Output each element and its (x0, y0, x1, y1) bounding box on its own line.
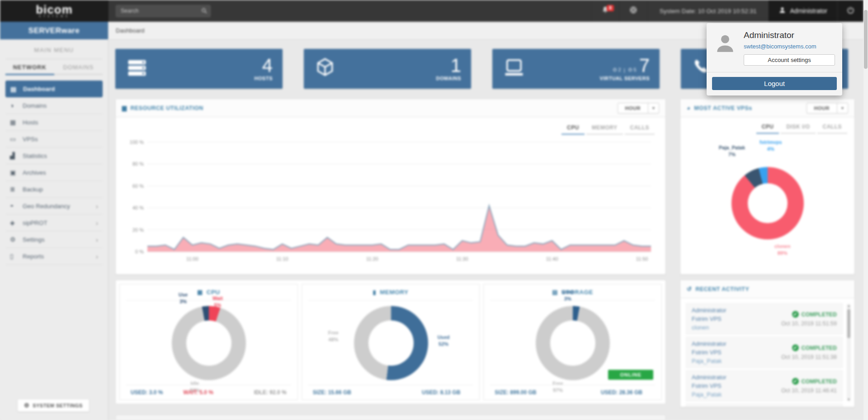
dashboard-icon: ▤ (10, 86, 23, 93)
sidebar-item-sipprot[interactable]: ◈ sipPROT › (5, 215, 103, 231)
sidebar-item-backup[interactable]: ≣ Backup (5, 181, 103, 198)
mav-range-select: HOUR ▾ (807, 103, 848, 114)
chevron-down-icon[interactable]: ▾ (648, 103, 659, 113)
most-active-vps-panel: ◕ MOST ACTIVE VPSs HOUR ▾ CPU DISK I/O C… (680, 99, 855, 275)
logout-power-button[interactable] (837, 0, 863, 22)
svg-text:11:40: 11:40 (546, 256, 558, 262)
main-menu-heading: MAIN MENU (5, 39, 103, 59)
user-menu-name: Administrator (744, 30, 835, 40)
sidebar-item-label: Settings (23, 236, 45, 243)
hosts-label: HOSTS (255, 76, 273, 81)
user-dropdown-menu: Administrator swtest@bicomsystems.com Ac… (707, 23, 842, 95)
sidebar-item-label: Archives (23, 169, 46, 176)
tab-network[interactable]: NETWORK (5, 64, 54, 75)
cpu-used-stat: USED: 3.0 % (131, 389, 163, 396)
statistics-icon: ▟ (10, 152, 23, 159)
cpu-use-label: Use3% (179, 291, 188, 305)
svg-text:0 %: 0 % (135, 249, 144, 254)
sidebar-item-reports[interactable]: ▯ Reports › (5, 248, 103, 265)
storage-card: ▤ STORAGE Used3% Free97% ONLINE (483, 284, 662, 400)
ru-tab-memory[interactable]: MEMORY (586, 124, 623, 135)
support-button[interactable] (619, 0, 647, 22)
search-input[interactable] (116, 5, 211, 17)
sidebar-item-settings[interactable]: ⚙ Settings › (5, 231, 103, 248)
logo-subtext: SYSTEMS (39, 14, 70, 18)
sidebar-item-vpss[interactable]: ▭ VPSs (5, 131, 103, 148)
resource-utilization-title: RESOURCE UTILIZATION (131, 105, 203, 111)
sidebar-item-label: Backup (23, 186, 43, 193)
sidebar-item-domains[interactable]: ◑ Domains (5, 97, 103, 114)
user-email-link[interactable]: swtest@bicomsystems.com (744, 43, 835, 50)
user-label: Administrator (790, 7, 827, 14)
page-scrollbar[interactable] (863, 0, 868, 420)
gear-icon: ⚙ (24, 402, 29, 409)
system-settings-label: SYSTEM SETTINGS (33, 403, 83, 408)
sidebar-item-hosts[interactable]: ▦ Hosts (5, 114, 103, 131)
svg-text:40 %: 40 % (132, 205, 144, 210)
check-icon: ✔ (792, 378, 799, 385)
stat-card-virtual-servers[interactable]: 2 | 5 7 VIRTUAL SERVERS (492, 49, 660, 89)
system-date: System Date: 10 Oct 2019 10:52:31 (647, 0, 769, 22)
sidebar: SERVERware MAIN MENU NETWORK DOMAINS ▤ D… (0, 22, 108, 420)
activity-row[interactable]: Administrator Fstrim VPS clonen ✔ COMPLE… (686, 303, 843, 334)
sidebar-item-statistics[interactable]: ▟ Statistics (5, 148, 103, 164)
tab-domains[interactable]: DOMAINS (54, 64, 103, 75)
activity-status: COMPLETED (802, 311, 837, 318)
memory-card-title: MEMORY (380, 289, 408, 296)
check-icon: ✔ (792, 311, 799, 318)
ru-tabs: CPU MEMORY CALLS (116, 117, 665, 135)
sidebar-item-label: VPSs (23, 136, 38, 143)
scroll-down-icon[interactable]: ▼ (847, 398, 851, 401)
recent-activity-panel: ↺ RECENT ACTIVITY Administrator Fstrim V… (680, 280, 855, 407)
notification-badge: 8 (607, 5, 614, 11)
globe-icon: ◓ (10, 202, 23, 210)
hosts-count: 4 (262, 57, 273, 75)
chevron-down-icon[interactable]: ▾ (837, 103, 848, 113)
activity-action: Fstrim VPS (692, 349, 726, 356)
pie-chart-icon: ◕ (687, 105, 690, 111)
activity-row[interactable]: Administrator Fstrim VPS Paja_Patak ✔ CO… (686, 337, 843, 368)
sidebar-item-geo-redundancy[interactable]: ◓ Geo Redundancy › (5, 198, 103, 215)
activity-timestamp: Oct 10, 2019 11:46:41 (781, 387, 837, 394)
scrollbar-thumb[interactable] (847, 309, 850, 338)
sidebar-item-dashboard[interactable]: ▤ Dashboard (5, 81, 103, 97)
user-menu-button[interactable]: Administrator (769, 0, 837, 22)
ru-range-value[interactable]: HOUR (618, 103, 648, 113)
storage-icon: ▤ (552, 289, 558, 296)
reports-icon: ▯ (10, 253, 23, 260)
check-icon: ✔ (792, 344, 799, 351)
mav-range-value[interactable]: HOUR (807, 103, 837, 113)
activity-row[interactable]: Administrator Fstrim VPS Paja_Patak ✔ CO… (686, 370, 843, 401)
ru-tab-calls[interactable]: CALLS (625, 124, 655, 135)
topbar: bicom SYSTEMS 8 (0, 0, 863, 22)
search-icon[interactable] (201, 7, 208, 16)
page-scrollbar-thumb[interactable] (864, 10, 868, 69)
gears-icon: ⚙ (10, 236, 23, 243)
chevron-right-icon: › (96, 253, 98, 260)
chart-icon: ▆ (122, 105, 127, 111)
scroll-up-icon[interactable]: ▲ (847, 304, 851, 307)
storage-used-label: Used3% (561, 289, 574, 302)
ru-tab-cpu[interactable]: CPU (561, 124, 585, 135)
logout-button[interactable]: Logout (712, 77, 837, 90)
cpu-icon: ▦ (197, 289, 203, 296)
chevron-right-icon: › (96, 219, 98, 227)
activity-timestamp: Oct 10, 2019 11:51:38 (781, 354, 837, 360)
notifications-button[interactable]: 8 (591, 0, 619, 22)
activity-target: Paja_Patak (692, 391, 726, 398)
user-icon (778, 6, 786, 15)
stat-card-domains[interactable]: 1 DOMAINS (304, 49, 471, 89)
account-settings-button[interactable]: Account settings (744, 54, 835, 66)
servers-icon (125, 56, 154, 81)
sidebar-item-label: Statistics (23, 153, 47, 159)
activity-row[interactable]: Administrator (686, 404, 843, 407)
system-settings-button[interactable]: ⚙ SYSTEM SETTINGS (17, 399, 90, 412)
stat-card-hosts[interactable]: 4 HOSTS (115, 49, 283, 89)
svg-text:11:10: 11:10 (276, 256, 288, 262)
memory-used-stat: USED: 8.13 GB (422, 389, 460, 396)
sidebar-item-archives[interactable]: ▣ Archives (5, 164, 103, 181)
activity-scrollbar[interactable]: ▲ ▼ (847, 304, 851, 401)
mav-paja-patak-label: Paja_Patak7% (719, 144, 745, 158)
logo[interactable]: bicom SYSTEMS (0, 0, 108, 22)
memory-icon: ▮ (373, 289, 377, 296)
